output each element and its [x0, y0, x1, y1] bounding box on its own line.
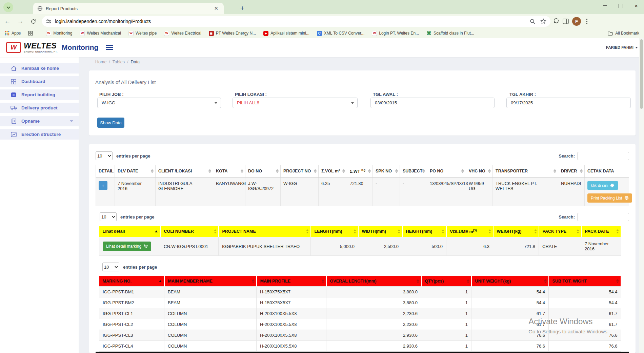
browser-tab[interactable]: Report Products ✕: [33, 3, 224, 14]
col-client[interactable]: CLIENT /LOKASI: [156, 165, 213, 178]
col-po-no[interactable]: PO NO: [427, 165, 466, 178]
col-main-member-name[interactable]: MAIN MEMBER NAME: [164, 276, 257, 287]
col-overal-length[interactable]: OVERAL LENGTH(mm): [326, 276, 421, 287]
page-scrollbar[interactable]: [639, 38, 644, 353]
bookmark-item[interactable]: WMonitoring: [46, 31, 72, 36]
tgl-akhir-input[interactable]: 09/17/2025: [506, 98, 631, 108]
zoom-icon[interactable]: [530, 19, 536, 24]
bookmark-item[interactable]: CXML To CSV Conver...: [317, 31, 364, 36]
col-wt[interactable]: Σ.WT Kg: [347, 165, 373, 178]
tab-search-button[interactable]: [3, 2, 13, 12]
close-button[interactable]: ×: [628, 0, 644, 12]
col-pack-type[interactable]: PACK TYPE: [539, 226, 581, 237]
col-project-no[interactable]: PROJECT NO: [281, 165, 319, 178]
bookmark-item[interactable]: WWeltes pipe: [128, 31, 157, 36]
col-driver[interactable]: DRIVER: [558, 165, 585, 178]
col-spk-no[interactable]: SPK NO: [373, 165, 400, 178]
print-packing-list-button[interactable]: Print Packing List: [587, 193, 632, 203]
col-pack-date[interactable]: PACK DATE: [581, 226, 621, 237]
col-subject[interactable]: SUBJECT: [400, 165, 427, 178]
window-controls: ×: [597, 0, 644, 12]
sidebar-item-report-building[interactable]: Report building: [0, 89, 79, 100]
tab-close-icon[interactable]: ✕: [213, 5, 220, 12]
profile-cell: H-150X75X5X7: [257, 287, 326, 297]
col-coli-number[interactable]: COLI NUMBER: [160, 226, 219, 237]
col-vhc-no[interactable]: VHC NO: [466, 165, 493, 178]
sidebar-item-home[interactable]: Kembali ke home: [0, 63, 79, 74]
bookmark-item[interactable]: WWeltes Mechanical: [80, 31, 121, 36]
folder-icon: [608, 31, 613, 36]
all-bookmarks-label: All Bookmark: [615, 31, 639, 36]
sidebar-item-opname[interactable]: Opname: [0, 116, 79, 126]
page-size-select[interactable]: 10: [96, 151, 113, 160]
scrollbar-thumb[interactable]: [640, 39, 643, 109]
col-weight[interactable]: WEIGHT(kg): [493, 226, 539, 237]
col-length[interactable]: LENGHT(mm): [311, 226, 358, 237]
search-input[interactable]: [578, 213, 629, 221]
marking-table-body: IGG-PPST-BM1 BEAM H-150X75X5X7 3,880.0 1…: [99, 287, 621, 352]
bookmark-star-icon[interactable]: [540, 18, 546, 24]
all-bookmarks-button[interactable]: All Bookmark: [602, 30, 639, 36]
user-menu[interactable]: FARIED FAHMI: [606, 45, 638, 49]
tgl-awal-input[interactable]: 03/09/2015: [370, 98, 495, 108]
col-project-name[interactable]: PROJECT NAME: [219, 226, 311, 237]
col-unit-weight[interactable]: UNIT WEIGHT(kg): [471, 276, 549, 287]
sort-icon: [276, 169, 279, 173]
search-input[interactable]: [578, 152, 629, 160]
col-kota[interactable]: KOTA: [213, 165, 245, 178]
col-transporter[interactable]: TRANSPORTER: [493, 165, 558, 178]
col-vol[interactable]: Σ.VOL m³: [319, 165, 347, 178]
coli-number-cell: CN.W-IGG.PPST.0001: [160, 237, 219, 256]
bookmark-item[interactable]: WLogin PT. Weltes En...: [372, 31, 419, 36]
profile-cell: H-200X100X5.5X8: [257, 319, 326, 330]
col-lihat-detail[interactable]: Lihat detail: [99, 226, 160, 237]
col-volume[interactable]: VOLUME m(3): [446, 226, 493, 237]
klik-di-sini-button[interactable]: klik di sini: [587, 181, 618, 190]
apps-shortcut[interactable]: Apps: [5, 31, 21, 36]
col-qty[interactable]: QTY(pcs): [421, 276, 471, 287]
address-bar[interactable]: login.isaindependen.com/monitoring/Produ…: [42, 16, 550, 27]
browser-menu-button[interactable]: [584, 19, 589, 24]
expand-row-button[interactable]: +: [99, 181, 107, 190]
show-data-button[interactable]: Show Data: [97, 118, 124, 128]
sort-icon: [398, 229, 400, 233]
reading-list-button[interactable]: [28, 31, 33, 36]
breadcrumb-tables[interactable]: Tables: [113, 60, 125, 64]
col-marking-no[interactable]: MARKING NO.: [99, 276, 164, 287]
cart-icon: [143, 244, 148, 248]
maximize-button[interactable]: [613, 0, 628, 12]
col-sub-tot-wight[interactable]: SUB TOT. WIGHT: [549, 276, 621, 287]
page-size-select[interactable]: 10: [100, 212, 117, 221]
vol-cell: 6.25: [319, 177, 347, 206]
sidebar-item-delivery-product[interactable]: Delivery product: [0, 103, 79, 113]
sidebar-item-erection-structure[interactable]: Erection structure: [0, 129, 79, 140]
col-height[interactable]: HEIGHT(mm): [402, 226, 446, 237]
side-panel-icon[interactable]: [563, 19, 569, 24]
bookmark-item[interactable]: ▦PT Weltes Energy N...: [209, 31, 256, 36]
profile-avatar[interactable]: F: [572, 17, 581, 26]
back-button[interactable]: ←: [2, 16, 13, 27]
bookmark-item[interactable]: WWeltes Electrical: [164, 31, 201, 36]
minimize-button[interactable]: [597, 0, 613, 12]
job-select[interactable]: W-IGG: [97, 98, 221, 108]
extensions-icon[interactable]: [553, 18, 559, 24]
reload-button[interactable]: [28, 16, 39, 27]
po-no-cell: 13/03/045/SP/IX/13: [427, 177, 466, 206]
page-size-select[interactable]: 10: [102, 263, 119, 271]
printer-icon: [610, 184, 615, 188]
sidebar-item-dashboard[interactable]: Dashboard: [0, 76, 79, 87]
sidebar-toggle-button[interactable]: [106, 45, 113, 50]
bookmark-item[interactable]: ▶Aplikasi sistem mini...: [263, 31, 309, 36]
lokasi-select[interactable]: PILIH ALL!!: [233, 98, 358, 108]
col-main-profile[interactable]: MAIN PROFILE: [257, 276, 326, 287]
col-do-no[interactable]: DO NO: [245, 165, 281, 178]
col-width[interactable]: WIDTH(mm): [358, 226, 402, 237]
col-dlv-date[interactable]: DLV DATE: [115, 165, 156, 178]
dashboard-icon: [10, 78, 17, 85]
sort-icon: [580, 169, 583, 173]
bookmark-item[interactable]: ⌘Scaffold class in Flut...: [426, 31, 474, 36]
new-tab-button[interactable]: +: [237, 3, 247, 13]
forward-button[interactable]: →: [15, 16, 26, 27]
lihat-detail-marking-button[interactable]: Lihat detail marking: [103, 242, 151, 251]
breadcrumb-home[interactable]: Home: [95, 60, 106, 64]
